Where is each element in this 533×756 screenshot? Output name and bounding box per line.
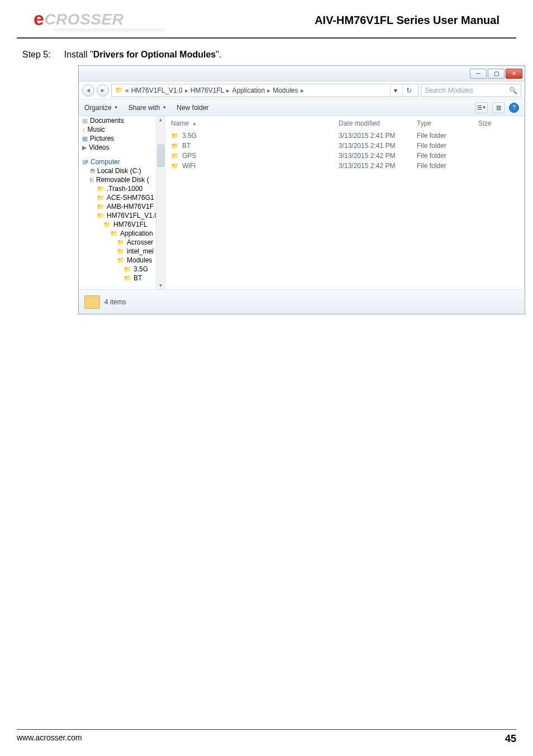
music-icon: ♪ <box>82 126 85 133</box>
chevron-down-icon: ▼ <box>114 105 118 110</box>
forward-button[interactable]: ► <box>97 84 109 97</box>
preview-pane-button[interactable]: ▥ <box>492 102 505 113</box>
chevron-right-icon: ▸ <box>226 87 230 94</box>
nav-tree[interactable]: ▦Documents ♪Music ▩Pictures ▶Videos 🖳Com… <box>79 116 165 289</box>
page-header: e CROSSER AIV-HM76V1FL Series User Manua… <box>17 0 516 39</box>
organize-label: Organize <box>84 104 112 112</box>
file-row[interactable]: 📁BT 3/13/2015 2:41 PM File folder <box>171 141 519 151</box>
tree-removable-disk[interactable]: ⎘Removable Disk ( <box>82 175 165 184</box>
tree-music[interactable]: ♪Music <box>82 125 165 134</box>
folder-icon: 📁 <box>171 132 179 140</box>
file-row[interactable]: 📁WiFi 3/13/2015 2:42 PM File folder <box>171 161 519 171</box>
breadcrumb-prefix: « <box>125 87 129 94</box>
share-label: Share with <box>129 104 160 112</box>
close-button[interactable]: ✕ <box>506 69 522 79</box>
search-input[interactable]: Search Modules 🔍 <box>421 84 521 97</box>
folder-icon: 📁 <box>110 230 118 237</box>
toolbar: Organize ▼ Share with ▼ New folder ☰▼ ▥ … <box>79 99 525 116</box>
computer-icon: 🖳 <box>82 159 88 165</box>
col-type[interactable]: Type <box>417 119 478 127</box>
step-row: Step 5: Install "Drivers for Optional Mo… <box>22 50 511 60</box>
file-row[interactable]: 📁GPS 3/13/2015 2:42 PM File folder <box>171 151 519 161</box>
document-icon: ▦ <box>82 117 88 125</box>
tree-item[interactable]: 📁Modules <box>82 256 165 265</box>
status-bar: 4 items <box>79 289 525 314</box>
pictures-icon: ▩ <box>82 135 88 142</box>
tree-pictures[interactable]: ▩Pictures <box>82 134 165 143</box>
page-number: 45 <box>505 733 516 745</box>
minimize-button[interactable]: ─ <box>470 69 487 79</box>
chevron-right-icon: ▸ <box>185 87 188 94</box>
file-row[interactable]: 📁3.5G 3/13/2015 2:41 PM File folder <box>171 131 519 141</box>
address-row: ◄ ► 📁 « HM76V1FL_V1.0 ▸ HM76V1FL ▸ Appli… <box>79 82 525 99</box>
folder-icon: 📁 <box>115 87 123 94</box>
logo-shadow <box>54 28 165 34</box>
folder-icon: 📁 <box>97 212 104 219</box>
drive-icon: ⛃ <box>90 168 95 175</box>
new-folder-button[interactable]: New folder <box>177 104 208 112</box>
view-options-button[interactable]: ☰▼ <box>475 102 488 113</box>
folder-icon: 📁 <box>97 185 104 193</box>
search-placeholder: Search Modules <box>425 87 509 94</box>
tree-item[interactable]: 📁ACE-SHM76G1 <box>82 193 165 202</box>
step-text-after: ". <box>216 50 221 59</box>
title-bar: ─ ▢ ✕ <box>79 66 525 82</box>
column-headers[interactable]: Name▲ Date modified Type Size <box>171 118 519 131</box>
folder-icon <box>84 295 100 309</box>
breadcrumb-dropdown[interactable]: ▾ <box>390 84 400 97</box>
help-button[interactable]: ? <box>509 103 519 113</box>
scroll-down-icon[interactable]: ▼ <box>159 283 163 288</box>
tree-item[interactable]: 📁AMB-HM76V1F <box>82 202 165 211</box>
chevron-right-icon: ▸ <box>301 87 304 94</box>
tree-item[interactable]: 📁HM76V1FL_V1.0 <box>82 211 165 220</box>
breadcrumb-part-1[interactable]: HM76V1FL <box>191 87 225 94</box>
tree-local-disk[interactable]: ⛃Local Disk (C:) <box>82 166 165 175</box>
refresh-button[interactable]: ↻ <box>402 84 415 97</box>
back-button[interactable]: ◄ <box>82 84 94 97</box>
tree-item[interactable]: 📁Acrosser <box>82 238 165 247</box>
col-name[interactable]: Name <box>171 119 189 127</box>
tree-item[interactable]: 📁BT <box>82 274 165 283</box>
new-folder-label: New folder <box>177 104 208 112</box>
tree-item[interactable]: 📁.Trash-1000 <box>82 184 165 193</box>
tree-scrollbar[interactable]: ▲ ▼ <box>156 116 165 289</box>
footer-url: www.acrosser.com <box>17 733 82 745</box>
breadcrumb[interactable]: 📁 « HM76V1FL_V1.0 ▸ HM76V1FL ▸ Applicati… <box>111 84 418 97</box>
organize-menu[interactable]: Organize ▼ <box>84 104 118 112</box>
folder-icon: 📁 <box>117 257 125 264</box>
tree-item-selected[interactable]: 📁HM76V1FL <box>82 220 165 229</box>
step-text-before: Install " <box>64 50 93 59</box>
logo-e: e <box>34 8 44 30</box>
breadcrumb-part-0[interactable]: HM76V1FL_V1.0 <box>131 87 183 94</box>
scroll-thumb[interactable] <box>158 145 164 167</box>
chevron-right-icon: ▸ <box>267 87 270 94</box>
maximize-button[interactable]: ▢ <box>488 69 505 79</box>
chevron-down-icon: ▼ <box>482 105 487 110</box>
tree-videos[interactable]: ▶Videos <box>82 143 165 152</box>
manual-title: AIV-HM76V1FL Series User Manual <box>315 14 499 27</box>
col-date[interactable]: Date modified <box>339 119 417 127</box>
tree-documents[interactable]: ▦Documents <box>82 116 165 125</box>
status-text: 4 items <box>104 298 126 306</box>
logo-text: CROSSER <box>44 11 123 28</box>
tree-computer[interactable]: 🖳Computer <box>82 157 165 166</box>
explorer-window: ─ ▢ ✕ ◄ ► 📁 « HM76V1FL_V1.0 ▸ HM76V1FL ▸… <box>78 65 525 314</box>
scroll-up-icon[interactable]: ▲ <box>159 117 163 122</box>
breadcrumb-part-2[interactable]: Application <box>232 87 265 94</box>
file-list: Name▲ Date modified Type Size 📁3.5G 3/13… <box>165 116 525 289</box>
folder-icon: 📁 <box>117 248 125 255</box>
folder-icon: 📁 <box>97 203 104 210</box>
tree-item[interactable]: 📁3.5G <box>82 265 165 274</box>
col-size[interactable]: Size <box>478 119 512 127</box>
share-menu[interactable]: Share with ▼ <box>129 104 167 112</box>
sort-asc-icon: ▲ <box>192 121 197 126</box>
logo: e CROSSER <box>34 7 165 34</box>
usb-icon: ⎘ <box>90 176 94 183</box>
folder-icon: 📁 <box>117 239 125 246</box>
tree-item[interactable]: 📁Application <box>82 229 165 238</box>
tree-item[interactable]: 📁intel_mei <box>82 247 165 256</box>
search-icon: 🔍 <box>509 87 517 94</box>
folder-icon: 📁 <box>97 194 104 202</box>
page-footer: www.acrosser.com 45 <box>17 729 516 745</box>
breadcrumb-part-3[interactable]: Modules <box>273 87 298 94</box>
